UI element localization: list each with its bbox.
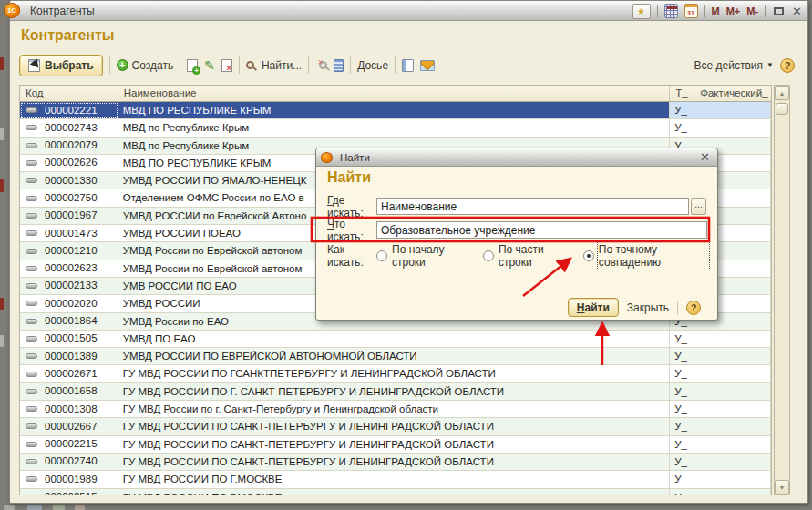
table-header[interactable]: Код Наименование Т_ Фактический_ [19,85,772,102]
code-cell[interactable]: 000001864 [20,313,118,331]
actual-cell[interactable] [694,436,771,454]
code-cell[interactable]: 000001967 [20,208,118,225]
dialog-close-icon[interactable]: ✕ [700,150,710,164]
name-cell[interactable]: ГУ МВД РОССИИ ПО Г. САНКТ-ПЕТЕРБУРГУ И Л… [118,383,671,401]
code-cell[interactable]: 000001389 [20,348,118,365]
memory-plus-button[interactable]: М+ [726,5,741,16]
name-cell[interactable]: ГУ МВД РОССИИ ПО ГСАНКТПЕТЕРБУРГУ И ЛЕНИ… [118,365,671,382]
column-header-type[interactable]: Т_ [670,86,694,101]
actual-cell[interactable] [694,383,771,401]
dialog-titlebar[interactable]: Найти ✕ [316,148,717,167]
dossier-button[interactable]: Досье [357,59,388,72]
vertical-scrollbar[interactable]: ▲ ▼ [774,85,790,495]
column-header-name[interactable]: Наименование [118,86,671,101]
type-cell[interactable]: У_ [670,454,694,471]
column-header-code[interactable]: Код [20,86,118,101]
radio-exact-match[interactable]: По точному совпадению [583,243,708,269]
code-cell[interactable]: 000002221 [20,102,118,119]
name-cell[interactable]: УМВД РОССИИ ПО ЕВРЕЙСКОЙ АВТОНОМНОЙ ОБЛА… [118,348,671,365]
window-titlebar[interactable]: 1С Контрагенты ★ 31 М М+ М- ✕ [10,1,807,21]
choose-ellipsis-button[interactable]: ... [691,198,706,215]
actual-cell[interactable] [694,102,771,119]
code-cell[interactable]: 000002740 [20,454,118,471]
favorites-star-icon[interactable]: ★ [632,4,651,19]
table-row[interactable]: 000001989 ГУ МВД РОССИИ ПО Г.МОСКВЕ У_ [20,471,771,488]
column-header-actual[interactable]: Фактический_ [694,86,771,101]
type-cell[interactable]: У_ [670,418,694,435]
name-cell[interactable]: ГУ МВД РОССИИ ПО Г.МОСКВЕ [118,471,671,488]
table-row[interactable]: 000002515 ГУ МВД РОССИИ ПО Г.МОСКВЕ У_ [20,489,771,495]
find-button[interactable]: Найти... [246,59,302,72]
name-cell[interactable]: ГУ МВД РОССИИ ПО Г.МОСКВЕ [118,489,671,495]
type-cell[interactable]: У_ [670,119,694,137]
close-icon[interactable]: ✕ [792,5,802,17]
copy-item-icon[interactable] [187,59,198,72]
code-cell[interactable]: 000002079 [20,138,118,155]
name-cell[interactable]: УМВД ПО ЕАО [118,331,671,348]
all-actions-button[interactable]: Все действия ▼ [694,59,774,72]
code-cell[interactable]: 000002133 [20,278,118,295]
scroll-down-icon[interactable]: ▼ [775,480,789,495]
calculator-icon[interactable] [664,4,678,18]
create-button[interactable]: + Создать [117,59,174,72]
type-cell[interactable]: У_ [670,436,694,454]
radio-contains[interactable]: По части строки [483,243,570,269]
table-row[interactable]: 000001658 ГУ МВД РОССИИ ПО Г. САНКТ-ПЕТЕ… [20,383,771,401]
name-cell[interactable]: МВД по Республике Крым [118,119,671,137]
code-cell[interactable]: 000002743 [20,119,118,137]
name-cell[interactable]: ГУ МВД РОССИИ ПО САНКТ-ПЕТЕРБУРГУ И ЛЕНИ… [118,436,671,454]
delete-item-icon[interactable] [221,59,232,72]
code-cell[interactable]: 000002623 [20,260,118,278]
maximize-icon[interactable] [774,7,784,15]
code-cell[interactable]: 000002626 [20,155,118,172]
table-row[interactable]: 000002671 ГУ МВД РОССИИ ПО ГСАНКТПЕТЕРБУ… [20,365,771,382]
where-field[interactable]: Наименование [376,198,689,215]
select-button[interactable]: Выбрать [19,55,103,76]
code-cell[interactable]: 000001308 [20,401,118,418]
cancel-search-icon[interactable] [319,61,327,69]
scrollbar-thumb[interactable] [776,103,788,115]
help-icon[interactable]: ? [780,58,795,73]
table-row[interactable]: 000001389 УМВД РОССИИ ПО ЕВРЕЙСКОЙ АВТОН… [20,348,771,365]
type-cell[interactable]: У_ [670,331,694,348]
dialog-close-button[interactable]: Закрыть [627,301,669,314]
actual-cell[interactable] [694,331,771,348]
actual-cell[interactable] [694,489,771,495]
name-cell[interactable]: ГУ МВД РОССИИ ПО САНКТ-ПЕТЕРБУРГУ И ЛЕНИ… [118,454,671,471]
radio-begins-with[interactable]: По началу строки [376,243,470,269]
name-cell[interactable]: ГУ МВД РОССИИ ПО САНКТ-ПЕТЕРБУРГУ И ЛЕНИ… [118,418,671,435]
actual-cell[interactable] [694,119,771,137]
table-row[interactable]: 000002215 ГУ МВД РОССИИ ПО САНКТ-ПЕТЕРБУ… [20,436,771,454]
code-cell[interactable]: 000002667 [20,418,118,435]
code-cell[interactable]: 000001505 [20,331,118,348]
dialog-find-button[interactable]: Найти [568,298,619,317]
code-cell[interactable]: 000001210 [20,242,118,260]
calendar-icon[interactable]: 31 [684,4,698,18]
list-settings-icon[interactable] [334,59,344,72]
code-cell[interactable]: 000002750 [20,189,118,207]
actual-cell[interactable] [694,418,771,435]
table-row[interactable]: 000002743 МВД по Республике Крым У_ [20,119,771,137]
code-cell[interactable]: 000001330 [20,172,118,189]
type-cell[interactable]: У_ [670,102,694,119]
code-cell[interactable]: 000002215 [20,436,118,454]
scroll-up-icon[interactable]: ▲ [775,86,789,100]
table-row[interactable]: 000001505 УМВД ПО ЕАО У_ [20,331,771,348]
type-cell[interactable]: У_ [670,348,694,365]
actual-cell[interactable] [694,348,771,365]
type-cell[interactable]: У_ [670,365,694,382]
actual-cell[interactable] [694,401,771,418]
table-row[interactable]: 000001308 ГУ МВД России по г. Санкт-Пете… [20,401,771,418]
dialog-help-icon[interactable]: ? [686,301,701,315]
table-row[interactable]: 000002667 ГУ МВД РОССИИ ПО САНКТ-ПЕТЕРБУ… [20,418,771,435]
code-cell[interactable]: 000001658 [20,383,118,401]
envelope-icon[interactable] [420,60,435,71]
type-cell[interactable]: У_ [670,401,694,418]
name-cell[interactable]: ГУ МВД России по г. Санкт-Петербургу и Л… [118,401,671,418]
code-cell[interactable]: 000002671 [20,365,118,382]
table-row[interactable]: 000002740 ГУ МВД РОССИИ ПО САНКТ-ПЕТЕРБУ… [20,454,771,471]
actual-cell[interactable] [694,365,771,382]
type-cell[interactable]: У_ [670,383,694,401]
type-cell[interactable]: У_ [670,471,694,488]
code-cell[interactable]: 000002020 [20,295,118,312]
